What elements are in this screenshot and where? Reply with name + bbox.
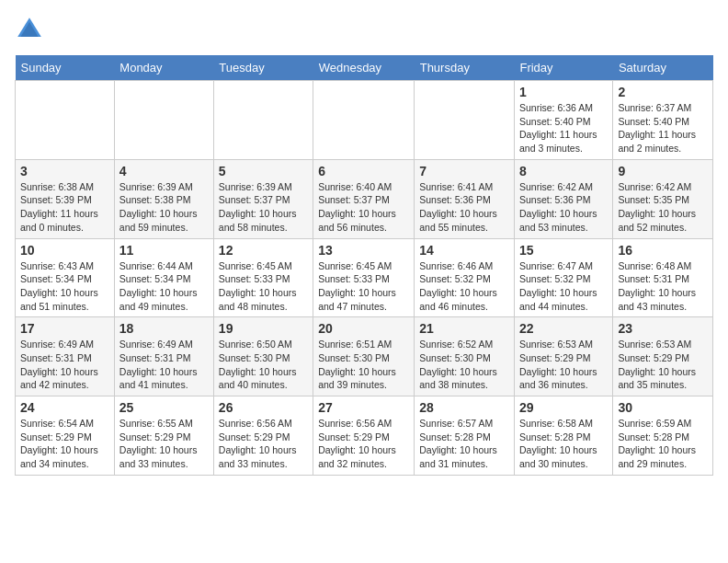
calendar-cell: 10 Sunrise: 6:43 AMSunset: 5:34 PMDaylig… bbox=[16, 238, 115, 317]
day-number: 6 bbox=[318, 164, 409, 178]
day-info: Sunrise: 6:53 AMSunset: 5:29 PMDaylight:… bbox=[618, 339, 696, 390]
calendar-cell: 2 Sunrise: 6:37 AMSunset: 5:40 PMDayligh… bbox=[613, 81, 713, 160]
calendar-table: SundayMondayTuesdayWednesdayThursdayFrid… bbox=[15, 55, 713, 476]
calendar-cell: 15 Sunrise: 6:47 AMSunset: 5:32 PMDaylig… bbox=[514, 238, 612, 317]
day-number: 10 bbox=[20, 243, 109, 258]
day-info: Sunrise: 6:49 AMSunset: 5:31 PMDaylight:… bbox=[119, 339, 198, 390]
calendar-cell: 28 Sunrise: 6:57 AMSunset: 5:28 PMDaylig… bbox=[415, 396, 515, 476]
calendar-cell: 11 Sunrise: 6:44 AMSunset: 5:34 PMDaylig… bbox=[114, 238, 213, 317]
day-info: Sunrise: 6:36 AMSunset: 5:40 PMDaylight:… bbox=[519, 102, 597, 154]
day-info: Sunrise: 6:41 AMSunset: 5:36 PMDaylight:… bbox=[419, 181, 497, 233]
day-number: 7 bbox=[419, 164, 509, 178]
day-header: Saturday bbox=[613, 55, 713, 81]
day-number: 12 bbox=[219, 243, 308, 258]
day-info: Sunrise: 6:54 AMSunset: 5:29 PMDaylight:… bbox=[20, 418, 98, 469]
day-info: Sunrise: 6:56 AMSunset: 5:29 PMDaylight:… bbox=[219, 418, 297, 469]
day-info: Sunrise: 6:37 AMSunset: 5:40 PMDaylight:… bbox=[618, 102, 696, 154]
day-number: 1 bbox=[519, 85, 608, 99]
day-number: 16 bbox=[618, 243, 708, 258]
calendar-cell: 5 Sunrise: 6:39 AMSunset: 5:37 PMDayligh… bbox=[213, 159, 313, 238]
day-info: Sunrise: 6:42 AMSunset: 5:35 PMDaylight:… bbox=[618, 181, 696, 233]
calendar-header-row: SundayMondayTuesdayWednesdayThursdayFrid… bbox=[16, 55, 713, 81]
day-number: 4 bbox=[119, 164, 209, 178]
day-header: Monday bbox=[114, 55, 213, 81]
calendar-week-row: 10 Sunrise: 6:43 AMSunset: 5:34 PMDaylig… bbox=[16, 238, 713, 317]
calendar-cell: 13 Sunrise: 6:45 AMSunset: 5:33 PMDaylig… bbox=[313, 238, 415, 317]
day-number: 3 bbox=[20, 164, 109, 178]
day-number: 28 bbox=[419, 400, 509, 415]
day-number: 11 bbox=[119, 243, 209, 258]
day-info: Sunrise: 6:49 AMSunset: 5:31 PMDaylight:… bbox=[20, 339, 98, 390]
calendar-cell: 26 Sunrise: 6:56 AMSunset: 5:29 PMDaylig… bbox=[213, 396, 313, 476]
calendar-cell: 27 Sunrise: 6:56 AMSunset: 5:29 PMDaylig… bbox=[313, 396, 415, 476]
calendar-cell: 7 Sunrise: 6:41 AMSunset: 5:36 PMDayligh… bbox=[415, 159, 515, 238]
day-header: Wednesday bbox=[313, 55, 415, 81]
calendar-week-row: 24 Sunrise: 6:54 AMSunset: 5:29 PMDaylig… bbox=[16, 396, 713, 476]
day-info: Sunrise: 6:40 AMSunset: 5:37 PMDaylight:… bbox=[318, 181, 396, 233]
calendar-cell bbox=[213, 81, 313, 160]
calendar-cell: 8 Sunrise: 6:42 AMSunset: 5:36 PMDayligh… bbox=[514, 159, 612, 238]
calendar-cell: 21 Sunrise: 6:52 AMSunset: 5:30 PMDaylig… bbox=[415, 317, 515, 396]
calendar-cell: 12 Sunrise: 6:45 AMSunset: 5:33 PMDaylig… bbox=[213, 238, 313, 317]
calendar-week-row: 1 Sunrise: 6:36 AMSunset: 5:40 PMDayligh… bbox=[16, 81, 713, 160]
day-info: Sunrise: 6:46 AMSunset: 5:32 PMDaylight:… bbox=[419, 260, 497, 312]
day-number: 24 bbox=[20, 400, 109, 415]
day-number: 5 bbox=[219, 164, 308, 178]
day-info: Sunrise: 6:56 AMSunset: 5:29 PMDaylight:… bbox=[318, 418, 396, 469]
day-info: Sunrise: 6:42 AMSunset: 5:36 PMDaylight:… bbox=[519, 181, 597, 233]
day-header: Thursday bbox=[415, 55, 515, 81]
calendar-cell: 19 Sunrise: 6:50 AMSunset: 5:30 PMDaylig… bbox=[213, 317, 313, 396]
calendar-cell: 1 Sunrise: 6:36 AMSunset: 5:40 PMDayligh… bbox=[514, 81, 612, 160]
calendar-week-row: 3 Sunrise: 6:38 AMSunset: 5:39 PMDayligh… bbox=[16, 159, 713, 238]
day-info: Sunrise: 6:45 AMSunset: 5:33 PMDaylight:… bbox=[318, 260, 396, 312]
day-info: Sunrise: 6:44 AMSunset: 5:34 PMDaylight:… bbox=[119, 260, 198, 312]
day-number: 14 bbox=[419, 243, 509, 258]
day-number: 13 bbox=[318, 243, 409, 258]
day-number: 25 bbox=[119, 400, 209, 415]
day-info: Sunrise: 6:57 AMSunset: 5:28 PMDaylight:… bbox=[419, 418, 497, 469]
day-number: 2 bbox=[618, 85, 708, 99]
calendar-cell: 25 Sunrise: 6:55 AMSunset: 5:29 PMDaylig… bbox=[114, 396, 213, 476]
day-header: Friday bbox=[514, 55, 612, 81]
day-info: Sunrise: 6:50 AMSunset: 5:30 PMDaylight:… bbox=[219, 339, 297, 390]
calendar-cell: 23 Sunrise: 6:53 AMSunset: 5:29 PMDaylig… bbox=[613, 317, 713, 396]
calendar-cell: 22 Sunrise: 6:53 AMSunset: 5:29 PMDaylig… bbox=[514, 317, 612, 396]
calendar-week-row: 17 Sunrise: 6:49 AMSunset: 5:31 PMDaylig… bbox=[16, 317, 713, 396]
day-number: 29 bbox=[519, 400, 608, 415]
day-info: Sunrise: 6:52 AMSunset: 5:30 PMDaylight:… bbox=[419, 339, 497, 390]
calendar-cell: 4 Sunrise: 6:39 AMSunset: 5:38 PMDayligh… bbox=[114, 159, 213, 238]
calendar-cell bbox=[415, 81, 515, 160]
calendar-cell bbox=[313, 81, 415, 160]
day-info: Sunrise: 6:39 AMSunset: 5:38 PMDaylight:… bbox=[119, 181, 198, 233]
calendar-cell: 20 Sunrise: 6:51 AMSunset: 5:30 PMDaylig… bbox=[313, 317, 415, 396]
calendar-cell: 9 Sunrise: 6:42 AMSunset: 5:35 PMDayligh… bbox=[613, 159, 713, 238]
day-number: 23 bbox=[618, 321, 708, 336]
calendar-cell: 30 Sunrise: 6:59 AMSunset: 5:28 PMDaylig… bbox=[613, 396, 713, 476]
day-info: Sunrise: 6:48 AMSunset: 5:31 PMDaylight:… bbox=[618, 260, 696, 312]
day-number: 22 bbox=[519, 321, 608, 336]
calendar-cell: 16 Sunrise: 6:48 AMSunset: 5:31 PMDaylig… bbox=[613, 238, 713, 317]
day-number: 19 bbox=[219, 321, 308, 336]
calendar-cell: 14 Sunrise: 6:46 AMSunset: 5:32 PMDaylig… bbox=[415, 238, 515, 317]
day-number: 9 bbox=[618, 164, 708, 178]
day-number: 26 bbox=[219, 400, 308, 415]
day-info: Sunrise: 6:53 AMSunset: 5:29 PMDaylight:… bbox=[519, 339, 597, 390]
calendar-cell bbox=[16, 81, 115, 160]
calendar-cell: 24 Sunrise: 6:54 AMSunset: 5:29 PMDaylig… bbox=[16, 396, 115, 476]
day-info: Sunrise: 6:43 AMSunset: 5:34 PMDaylight:… bbox=[20, 260, 98, 312]
logo-icon bbox=[15, 15, 44, 44]
day-info: Sunrise: 6:51 AMSunset: 5:30 PMDaylight:… bbox=[318, 339, 396, 390]
day-info: Sunrise: 6:55 AMSunset: 5:29 PMDaylight:… bbox=[119, 418, 198, 469]
day-info: Sunrise: 6:45 AMSunset: 5:33 PMDaylight:… bbox=[219, 260, 297, 312]
day-header: Sunday bbox=[16, 55, 115, 81]
day-info: Sunrise: 6:39 AMSunset: 5:37 PMDaylight:… bbox=[219, 181, 297, 233]
calendar-cell: 6 Sunrise: 6:40 AMSunset: 5:37 PMDayligh… bbox=[313, 159, 415, 238]
day-number: 21 bbox=[419, 321, 509, 336]
calendar-cell: 29 Sunrise: 6:58 AMSunset: 5:28 PMDaylig… bbox=[514, 396, 612, 476]
day-number: 17 bbox=[20, 321, 109, 336]
day-info: Sunrise: 6:47 AMSunset: 5:32 PMDaylight:… bbox=[519, 260, 597, 312]
day-info: Sunrise: 6:58 AMSunset: 5:28 PMDaylight:… bbox=[519, 418, 597, 469]
day-number: 18 bbox=[119, 321, 209, 336]
calendar-cell: 17 Sunrise: 6:49 AMSunset: 5:31 PMDaylig… bbox=[16, 317, 115, 396]
page-header bbox=[15, 15, 713, 44]
